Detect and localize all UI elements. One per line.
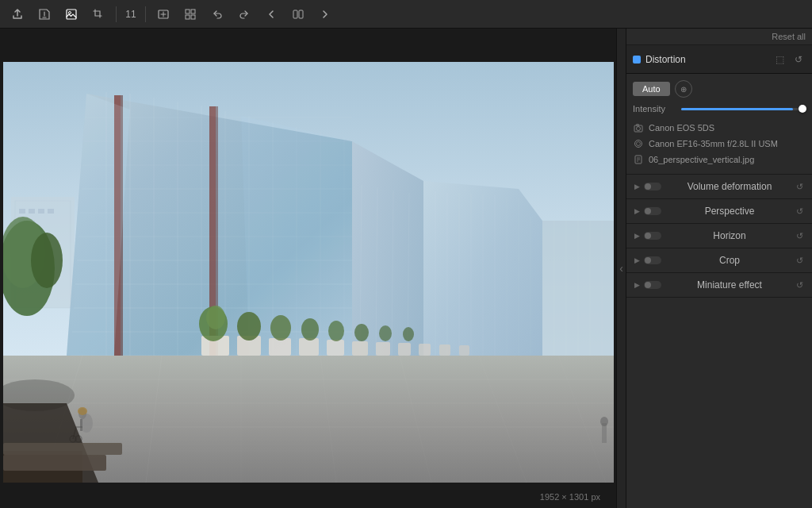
intensity-slider[interactable] xyxy=(681,108,806,110)
toolbar-btn-crop[interactable] xyxy=(87,3,109,25)
toolbar-btn-back[interactable] xyxy=(260,3,282,25)
right-panel: Reset all Distortion ⬚ ↺ Auto ⊕ Intensit… xyxy=(626,29,812,508)
toolbar-btn-export[interactable] xyxy=(6,3,29,25)
main-content: 1952 × 1301 px Reset all Distortion ⬚ ↺ … xyxy=(0,29,812,508)
toggle-crop[interactable] xyxy=(644,256,661,264)
panel-copy-icon[interactable]: ⬚ xyxy=(772,52,787,67)
chevron-crop-icon: ▶ xyxy=(633,256,641,264)
chevron-miniature-icon: ▶ xyxy=(633,281,641,289)
svg-point-100 xyxy=(354,324,369,341)
svg-rect-93 xyxy=(459,345,469,356)
panel-header-right: ⬚ ↺ xyxy=(772,52,806,67)
lens-name: Canon EF16-35mm f/2.8L II USM xyxy=(649,139,778,148)
svg-point-117 xyxy=(637,127,641,131)
svg-point-106 xyxy=(78,407,87,415)
svg-point-97 xyxy=(270,315,291,341)
reset-horizon-icon[interactable]: ↺ xyxy=(793,229,806,242)
toggle-volume[interactable] xyxy=(644,183,661,190)
toolbar-btn-image[interactable] xyxy=(60,3,82,25)
reset-perspective-icon[interactable]: ↺ xyxy=(793,205,806,217)
camera-icon xyxy=(633,122,644,133)
svg-rect-90 xyxy=(398,343,411,356)
svg-rect-115 xyxy=(3,455,106,471)
toggle-horizon[interactable] xyxy=(644,232,661,240)
section-volume-deformation[interactable]: ▶ Volume deformation ↺ xyxy=(626,175,812,199)
svg-rect-14 xyxy=(38,209,44,214)
section-miniature[interactable]: ▶ Miniature effect ↺ xyxy=(626,273,812,298)
panel-header-left: Distortion xyxy=(633,54,686,65)
section-perspective-label: Perspective xyxy=(666,206,793,217)
toolbar-btn-redo[interactable] xyxy=(233,3,255,25)
svg-point-96 xyxy=(237,312,261,341)
intensity-label: Intensity xyxy=(633,104,676,114)
section-volume-label: Volume deformation xyxy=(666,181,793,192)
svg-rect-86 xyxy=(299,338,319,356)
toolbar: 11 xyxy=(0,0,812,29)
mode-row: Auto ⊕ xyxy=(633,80,806,98)
svg-point-98 xyxy=(301,318,319,341)
svg-rect-88 xyxy=(352,341,368,356)
distortion-controls: Auto ⊕ Intensity xyxy=(626,74,812,175)
toggle-miniature[interactable] xyxy=(644,281,661,289)
intensity-thumb[interactable] xyxy=(799,105,806,113)
section-crop[interactable]: ▶ Crop ↺ xyxy=(626,248,812,273)
svg-point-1 xyxy=(69,11,71,13)
svg-rect-13 xyxy=(29,209,35,214)
reset-all-button[interactable]: Reset all xyxy=(772,32,806,41)
canvas-area[interactable]: 1952 × 1301 px xyxy=(0,29,616,508)
svg-rect-91 xyxy=(419,344,431,356)
panel-distortion-header: Distortion ⬚ ↺ xyxy=(626,45,812,74)
toolbar-btn-forward[interactable] xyxy=(314,3,336,25)
svg-rect-87 xyxy=(327,340,344,356)
svg-rect-92 xyxy=(439,344,450,356)
svg-rect-89 xyxy=(376,342,390,356)
image-dimensions: 1952 × 1301 px xyxy=(540,492,600,502)
svg-rect-7 xyxy=(293,10,297,18)
svg-rect-12 xyxy=(19,209,25,214)
panel-distortion-title: Distortion xyxy=(645,54,686,65)
chevron-volume-icon: ▶ xyxy=(633,183,641,190)
lens-meta-row: Canon EF16-35mm f/2.8L II USM xyxy=(633,136,806,152)
toolbar-btn-save[interactable] xyxy=(33,3,56,25)
section-horizon[interactable]: ▶ Horizon ↺ xyxy=(626,224,812,248)
reset-miniature-icon[interactable]: ↺ xyxy=(793,279,806,291)
photo-svg xyxy=(3,62,614,483)
zoom-count: 11 xyxy=(123,9,139,20)
status-bar: 1952 × 1301 px xyxy=(540,492,600,502)
svg-rect-8 xyxy=(299,10,303,18)
svg-point-20 xyxy=(31,233,63,288)
reset-volume-icon[interactable]: ↺ xyxy=(793,180,806,193)
svg-rect-3 xyxy=(186,10,190,13)
svg-rect-105 xyxy=(80,419,82,431)
reset-crop-icon[interactable]: ↺ xyxy=(793,254,806,267)
svg-point-110 xyxy=(600,417,608,426)
file-icon xyxy=(633,154,644,165)
chevron-horizon-icon: ▶ xyxy=(633,232,641,240)
section-perspective[interactable]: ▶ Perspective ↺ xyxy=(626,199,812,224)
filename-meta-row: 06_perspective_vertical.jpg xyxy=(633,152,806,167)
svg-rect-0 xyxy=(67,10,76,19)
separator-2 xyxy=(145,6,146,22)
toggle-perspective[interactable] xyxy=(644,207,661,215)
manual-mode-button[interactable]: ⊕ xyxy=(675,80,692,98)
svg-rect-15 xyxy=(48,209,54,214)
toolbar-btn-compare[interactable] xyxy=(287,3,309,25)
svg-rect-6 xyxy=(191,15,195,19)
panel-settings-icon[interactable]: ↺ xyxy=(791,52,806,67)
svg-rect-5 xyxy=(186,15,190,19)
svg-point-101 xyxy=(379,325,392,341)
svg-rect-114 xyxy=(3,443,122,455)
toolbar-btn-grid[interactable] xyxy=(179,3,201,25)
section-miniature-label: Miniature effect xyxy=(666,279,793,291)
chevron-perspective-icon: ▶ xyxy=(633,207,641,215)
panel-collapse-handle[interactable] xyxy=(616,29,626,508)
panel-top-bar: Reset all xyxy=(626,29,812,45)
svg-point-102 xyxy=(403,327,414,341)
auto-button[interactable]: Auto xyxy=(633,82,670,96)
panel-enable-toggle[interactable] xyxy=(633,56,641,64)
svg-point-99 xyxy=(328,321,344,341)
image-container xyxy=(3,62,614,483)
toolbar-btn-undo[interactable] xyxy=(206,3,228,25)
toolbar-btn-defish[interactable] xyxy=(152,3,174,25)
filename: 06_perspective_vertical.jpg xyxy=(649,155,754,164)
